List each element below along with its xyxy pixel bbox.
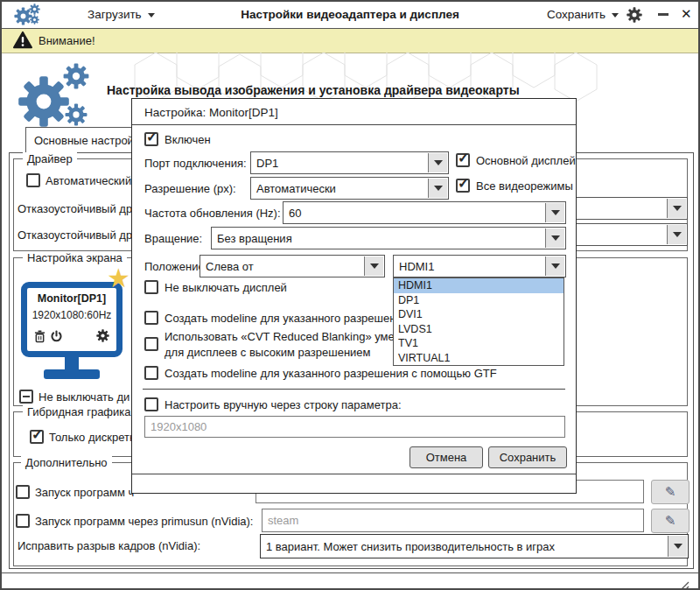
position-select[interactable]: Слева от xyxy=(200,255,385,277)
list-item[interactable]: DVI1 xyxy=(394,307,564,322)
rotation-label: Вращение: xyxy=(144,232,202,245)
refresh-label: Частота обновления (Hz): xyxy=(144,207,281,220)
list-item[interactable]: TV1 xyxy=(394,336,564,351)
chevron-down-icon[interactable] xyxy=(364,256,383,276)
keep-display-checkbox[interactable] xyxy=(144,280,158,294)
group-hybrid-legend: Гибридная графика xyxy=(23,405,136,418)
rotation-select[interactable]: Без вращения xyxy=(211,227,566,249)
all-modes-checkbox[interactable]: ✓ xyxy=(456,179,470,193)
run1-edit-button[interactable]: ✎ xyxy=(651,480,690,504)
cancel-button[interactable]: Отмена xyxy=(410,446,483,468)
chevron-down-icon[interactable] xyxy=(428,179,447,198)
port-select[interactable]: DP1 xyxy=(250,151,449,174)
power-icon[interactable] xyxy=(50,330,63,343)
tearing-label: Исправить разрыв кадров (nVidia): xyxy=(18,539,200,552)
failsafe1-label: Отказоустойчивый др xyxy=(18,202,132,215)
page-title: Настройка вывода изображения и установка… xyxy=(107,83,520,97)
divider xyxy=(132,124,576,125)
chevron-down-icon[interactable] xyxy=(668,536,687,557)
chevron-down-icon xyxy=(612,13,619,18)
page-logo-gears-icon xyxy=(14,61,102,135)
dialog-title: Настройка: Monitor[DP1] xyxy=(144,106,278,119)
warning-triangle-icon xyxy=(13,31,32,50)
auto-driver-checkbox[interactable] xyxy=(26,173,40,187)
monitor-name: Monitor[DP1] xyxy=(27,292,116,305)
save-menu-button[interactable]: Сохранить xyxy=(547,8,619,21)
refresh-select[interactable]: 60 xyxy=(283,201,566,224)
chevron-down-icon[interactable] xyxy=(545,228,564,248)
keep-display-label: Не выключать дисплей xyxy=(164,281,287,294)
all-modes-label: Все видеорежимы xyxy=(476,179,573,193)
port-label: Порт подключения: xyxy=(144,157,247,170)
primary-display-checkbox[interactable]: ✓ xyxy=(456,153,470,167)
title-bar: Загрузить Настройки видеоадаптера и дисп… xyxy=(2,2,698,29)
enabled-label: Включен xyxy=(164,133,211,146)
auto-driver-label: Автоматический в xyxy=(46,174,141,187)
tearing-select[interactable]: 1 вариант. Может снизить производительно… xyxy=(260,534,689,558)
discrete-only-label: Только дискретно xyxy=(49,431,142,444)
run1-label: Запуск программ ч xyxy=(35,486,134,499)
resolution-select[interactable]: Автоматически xyxy=(250,177,449,200)
run2-input[interactable] xyxy=(262,509,644,532)
list-item[interactable]: HDMI1 xyxy=(394,278,564,293)
list-item[interactable]: VIRTUAL1 xyxy=(394,351,564,366)
chevron-down-icon[interactable] xyxy=(667,199,686,218)
resolution-label: Разрешение (px): xyxy=(144,182,236,195)
warning-text: Внимание! xyxy=(38,34,95,47)
group-extra-legend: Дополнительно xyxy=(21,456,112,469)
monitor-settings-dialog: Настройка: Monitor[DP1] ✓ Включен Порт п… xyxy=(131,98,577,494)
list-item[interactable]: DP1 xyxy=(394,293,564,308)
primary-display-label: Основной дисплей xyxy=(476,154,576,167)
cvt-label-line2: для дисплеев с высоким разрешением xyxy=(164,346,371,359)
status-bar xyxy=(2,572,698,588)
primary-star-icon: ★ xyxy=(107,263,130,293)
gtf-label: Создать modeline для указанного разрешен… xyxy=(164,367,497,380)
position-label: Положение: xyxy=(144,260,207,273)
cvt-checkbox[interactable] xyxy=(144,337,158,351)
app-window: Загрузить Настройки видеоадаптера и дисп… xyxy=(0,0,700,590)
gear-icon[interactable] xyxy=(96,329,109,342)
chevron-down-icon[interactable] xyxy=(545,256,564,276)
warning-bar: Внимание! xyxy=(2,29,698,53)
save-button[interactable]: Сохранить xyxy=(488,446,567,468)
chevron-down-icon[interactable] xyxy=(545,203,564,222)
cvt-label-line1: Использовать «CVT Reduced Blanking» умен xyxy=(164,330,401,343)
resize-grip-icon[interactable] xyxy=(677,579,690,590)
run2-edit-button[interactable]: ✎ xyxy=(651,509,690,533)
manual-checkbox[interactable] xyxy=(144,397,158,411)
close-icon[interactable]: ✕ xyxy=(681,6,692,22)
group-driver-legend: Драйвер xyxy=(23,152,77,165)
modeline-checkbox[interactable] xyxy=(144,311,158,325)
keep-display-on-label: Не выключать ди xyxy=(38,390,130,404)
discrete-only-checkbox[interactable]: ✓ xyxy=(30,430,44,444)
run1-checkbox[interactable] xyxy=(16,485,30,499)
run2-label: Запуск программ через primusun (nVidia): xyxy=(35,515,253,528)
list-item[interactable]: LVDS1 xyxy=(394,322,564,337)
minimize-icon[interactable] xyxy=(658,13,668,16)
pencil-icon: ✎ xyxy=(665,484,676,500)
chevron-down-icon[interactable] xyxy=(667,225,686,244)
divider xyxy=(132,474,576,474)
monitor-mode: 1920x1080:60Hz xyxy=(27,309,116,321)
failsafe2-label: Отказоустойчивый др xyxy=(18,228,132,242)
monitor-stand-neck xyxy=(65,357,79,370)
chevron-down-icon[interactable] xyxy=(428,153,447,172)
gtf-checkbox[interactable] xyxy=(144,366,158,380)
manual-param-input[interactable] xyxy=(144,416,565,438)
divider xyxy=(143,389,565,390)
enabled-checkbox[interactable]: ✓ xyxy=(144,132,158,146)
relative-display-option-list: HDMI1 DP1 DVI1 LVDS1 TV1 VIRTUAL1 xyxy=(393,277,564,366)
trash-icon[interactable] xyxy=(34,330,46,343)
monitor-stand-base xyxy=(44,369,100,379)
keep-display-on-checkbox[interactable] xyxy=(19,390,33,404)
pencil-icon: ✎ xyxy=(665,513,676,529)
modeline-label: Создать modeline для указанного разрешен… xyxy=(164,312,409,325)
relative-display-select[interactable]: HDMI1 xyxy=(393,255,566,277)
manual-label: Настроить вручную через строку параметра… xyxy=(164,398,402,411)
settings-gear-icon[interactable] xyxy=(626,7,642,23)
run2-checkbox[interactable] xyxy=(16,514,30,528)
